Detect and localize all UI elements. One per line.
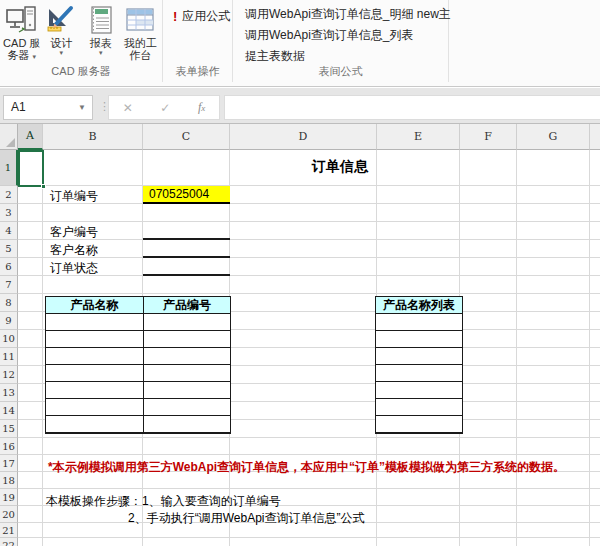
row-header-19[interactable]: 19: [0, 489, 18, 506]
product-table-cell[interactable]: [144, 382, 230, 399]
enter-check-icon[interactable]: ✓: [160, 101, 170, 115]
product-table-cell[interactable]: [46, 382, 144, 399]
selected-cell-a1[interactable]: [18, 150, 44, 187]
chevron-down-icon[interactable]: ▼: [78, 96, 86, 119]
column-header-D[interactable]: D: [230, 124, 377, 150]
column-header-G[interactable]: G: [517, 124, 590, 150]
steps-line2: 2、手动执行“调用WebApi查询订单信息”公式: [128, 510, 364, 527]
insert-function-icon[interactable]: fx: [198, 100, 205, 115]
row-header-1[interactable]: 1: [0, 150, 18, 186]
ribbon-group-label: CAD 服务器: [0, 64, 162, 79]
design-button-label: 设计▾: [50, 37, 72, 57]
report-icon: [85, 5, 117, 35]
red-exclamation-icon: !: [173, 9, 177, 24]
customer-name-label: 客户名称: [50, 242, 98, 259]
gridline-h-6: [18, 275, 600, 276]
workbench-icon: [124, 5, 156, 35]
product-table-cell[interactable]: [144, 314, 230, 331]
customer-name-input-underline[interactable]: [143, 256, 230, 258]
ribbon-group-label: 表间公式: [233, 64, 448, 79]
row-header-16[interactable]: 16: [0, 438, 18, 455]
column-header-C[interactable]: C: [143, 124, 230, 150]
row-header-11[interactable]: 11: [0, 348, 18, 366]
order-status-label: 订单状态: [50, 260, 98, 277]
row-header-20[interactable]: 20: [0, 506, 18, 523]
formula-input[interactable]: [224, 95, 600, 120]
cad-server-buttons: CAD 服务器 ▾ 设计▾: [0, 0, 162, 61]
column-header-E[interactable]: E: [377, 124, 460, 150]
product-list-header: 产品名称列表: [376, 297, 462, 314]
order-number-value-cell[interactable]: 070525004: [143, 186, 230, 204]
cancel-icon[interactable]: ✕: [123, 101, 133, 115]
product-list-cell[interactable]: [376, 416, 462, 433]
apply-formula-button[interactable]: ! 应用公式: [169, 6, 232, 27]
column-header-F[interactable]: F: [460, 124, 517, 150]
product-table-header-0: 产品名称: [46, 297, 144, 314]
name-box[interactable]: A1▼: [3, 95, 93, 120]
row-header-21[interactable]: 21: [0, 523, 18, 538]
gridline-h-18: [18, 488, 600, 489]
note-text: *本示例模拟调用第三方WebApi查询订单信息，本应用中“订单”模板模拟做为第三…: [48, 459, 565, 476]
column-header-row: ABCDEFG: [0, 124, 600, 150]
product-table-cell[interactable]: [144, 365, 230, 382]
column-header-A[interactable]: A: [18, 124, 43, 150]
row-header-22[interactable]: 22: [0, 538, 18, 546]
row-header-9[interactable]: 9: [0, 312, 18, 330]
row-header-15[interactable]: 15: [0, 420, 18, 438]
my-workbench-button[interactable]: 我的工作台: [121, 3, 161, 61]
row-header-13[interactable]: 13: [0, 384, 18, 402]
product-list-cell[interactable]: [376, 382, 462, 399]
select-all-corner[interactable]: [0, 124, 18, 150]
row-header-18[interactable]: 18: [0, 472, 18, 489]
product-table-cell[interactable]: [46, 365, 144, 382]
product-table: 产品名称产品编号: [45, 296, 231, 434]
formula-bar-buttons: ✕ ✓ fx: [108, 95, 220, 120]
row-header-17[interactable]: 17: [0, 455, 18, 472]
product-table-cell[interactable]: [46, 399, 144, 416]
product-table-cell[interactable]: [144, 348, 230, 365]
row-header-7[interactable]: 7: [0, 276, 18, 294]
product-table-cell[interactable]: [144, 331, 230, 348]
row-header-5[interactable]: 5: [0, 240, 18, 258]
product-list-cell[interactable]: [376, 331, 462, 348]
ribbon-group-label: 表单操作: [163, 64, 232, 79]
fill-handle[interactable]: [41, 184, 46, 189]
row-header-8[interactable]: 8: [0, 294, 18, 312]
chevron-down-icon: ▾: [33, 53, 37, 60]
chevron-down-icon: ▾: [90, 49, 112, 57]
formula-item-query-order-list[interactable]: 调用WebApi查询订单信息_列表: [245, 25, 448, 46]
row-header-14[interactable]: 14: [0, 402, 18, 420]
report-button[interactable]: 报表▾: [81, 3, 121, 61]
product-list-cell[interactable]: [376, 399, 462, 416]
customer-number-input-underline[interactable]: [143, 238, 230, 240]
product-table-cell[interactable]: [46, 348, 144, 365]
row-header-2[interactable]: 2: [0, 186, 18, 204]
product-table-cell[interactable]: [144, 416, 230, 433]
customer-number-label: 客户编号: [50, 224, 98, 241]
product-table-cell[interactable]: [144, 399, 230, 416]
product-list-cell[interactable]: [376, 314, 462, 331]
order-status-input-underline[interactable]: [143, 274, 230, 276]
product-table-cell[interactable]: [46, 331, 144, 348]
gridline-v-A: [42, 150, 43, 546]
cad-server-button[interactable]: CAD 服务器 ▾: [2, 3, 42, 61]
row-header-3[interactable]: 3: [0, 204, 18, 222]
cad-server-button-label: CAD 服务器 ▾: [2, 37, 42, 61]
product-list-cell[interactable]: [376, 348, 462, 365]
row-header-12[interactable]: 12: [0, 366, 18, 384]
formula-items: 调用WebApi查询订单信息_明细 new主 调用WebApi查询订单信息_列表…: [233, 0, 448, 67]
row-header-6[interactable]: 6: [0, 258, 18, 276]
product-table-cell[interactable]: [46, 314, 144, 331]
row-headers: 12345678910111213141516171819202122: [0, 150, 18, 546]
row-header-4[interactable]: 4: [0, 222, 18, 240]
formula-item-query-order-detail[interactable]: 调用WebApi查询订单信息_明细 new主: [245, 4, 448, 25]
product-table-cell[interactable]: [46, 416, 144, 433]
gridline-h-15: [18, 437, 600, 438]
ribbon: CAD 服务器 ▾ 设计▾: [0, 0, 600, 87]
row-header-10[interactable]: 10: [0, 330, 18, 348]
design-button[interactable]: 设计▾: [42, 3, 82, 61]
product-list-cell[interactable]: [376, 365, 462, 382]
column-header-filler: [590, 124, 600, 150]
column-header-B[interactable]: B: [43, 124, 143, 150]
order-number-label: 订单编号: [50, 188, 98, 205]
